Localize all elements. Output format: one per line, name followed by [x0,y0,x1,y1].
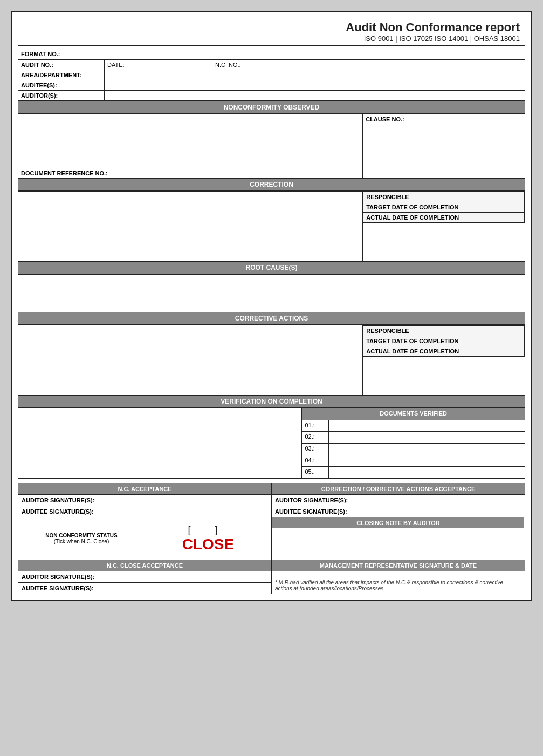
report-subtitle: ISO 9001 | ISO 17025 ISO 14001 | OHSAS 1… [18,35,520,43]
ca-actual-date-row: ACTUAL DATE OF COMPLETION [363,346,525,357]
page: Audit Non Conformance report ISO 9001 | … [11,11,532,601]
audit-info-row3: AUDITEE(S): [18,80,525,91]
mgmt-rep-header: MANAGEMENT REPRESENTATIVE SIGNATURE & DA… [272,560,525,571]
close-cell: [ ] CLOSE [145,517,272,560]
corrective-side-table: RESPONCIBLE TARGET DATE OF COMPLETION AC… [363,325,525,357]
nonconformity-content [18,114,363,168]
verify-value-4 [329,455,525,467]
format-no-label: FORMAT NO.: [21,51,60,57]
verification-row: DOCUMENTS VERIFIED [18,408,525,420]
nc-close-acceptance-header: N.C. CLOSE ACCEPTANCE [18,560,272,571]
nc-acceptance-header: N.C. ACCEPTANCE [18,483,272,495]
ca-auditor-sig-label: AUDITOR SIGNATURE(S): [272,495,398,506]
ca-target-date-row: TARGET DATE OF COMPLETION [363,336,525,346]
acceptance-table: N.C. ACCEPTANCE CORRECTION / CORRECTIVE … [18,483,525,594]
target-date-row: TARGET DATE OF COMPLETION [363,202,525,213]
audit-no-value: DATE: [105,60,212,70]
target-date-label: TARGET DATE OF COMPLETION [363,202,525,213]
clause-no-value [366,122,522,160]
date-value: N.C. NO.: [212,60,320,70]
audit-info-row2: AREA/DEPARTMENT: [18,70,525,80]
root-cause-row [18,275,525,312]
auditees-value [105,80,525,91]
tick-label: (Tick when N.C. Close) [22,539,141,544]
close-auditor-sig-value [145,571,272,583]
actual-date-row: ACTUAL DATE OF COMPLETION [363,213,525,223]
nc-status-label: NON CONFORMITY STATUS (Tick when N.C. Cl… [18,517,145,560]
closing-note-cell: CLOSING NOTE BY AUDITOR [272,517,525,560]
status-closing-row: NON CONFORMITY STATUS (Tick when N.C. Cl… [18,517,525,560]
correction-side-table: RESPONCIBLE TARGET DATE OF COMPLETION AC… [363,192,525,223]
correction-table: RESPONCIBLE TARGET DATE OF COMPLETION AC… [18,191,525,262]
auditees-label: AUDITEE(S): [18,80,105,91]
verification-header: VERIFICATION ON COMPLETION [18,396,525,408]
clause-no-label: CLAUSE NO.: [366,116,522,122]
doc-ref-row: DOCUMENT REFERENCE NO.: [18,168,525,179]
closing-note-content [275,530,521,557]
ca-auditor-sig-value [398,495,525,506]
verify-label-5: 05.: [302,467,329,479]
corrective-actions-table: RESPONCIBLE TARGET DATE OF COMPLETION AC… [18,325,525,396]
root-cause-table [18,274,525,312]
close-auditor-sig-row: AUDITOR SIGNATURE(S): * M.R.had varified… [18,571,525,583]
clause-no-cell: CLAUSE NO.: [363,114,525,168]
root-cause-header: ROOT CAUSE(S) [18,262,525,274]
root-cause-content [18,275,525,312]
format-no-row: FORMAT NO.: [18,49,525,59]
correction-content [18,192,363,262]
corrective-actions-row: RESPONCIBLE TARGET DATE OF COMPLETION AC… [18,325,525,396]
nc-auditee-sig-label: AUDITEE SIGNATURE(S): [18,506,145,517]
auditee-sig-row: AUDITEE SIGNATURE(S): AUDITEE SIGNATURE(… [18,506,525,517]
verify-value-3 [329,443,525,455]
nc-no-value [320,60,525,70]
responcible-label: RESPONCIBLE [363,192,525,202]
correction-row: RESPONCIBLE TARGET DATE OF COMPLETION AC… [18,192,525,262]
area-dept-value [105,70,525,80]
verify-value-5 [329,467,525,479]
ca-auditee-sig-label: AUDITEE SIGNATURE(S): [272,506,398,517]
close-acceptance-headers: N.C. CLOSE ACCEPTANCE MANAGEMENT REPRESE… [18,560,525,571]
nonconformity-row: CLAUSE NO.: [18,114,525,168]
acceptance-headers-row: N.C. ACCEPTANCE CORRECTION / CORRECTIVE … [18,483,525,495]
verify-value-1 [329,420,525,432]
verification-content [18,408,302,479]
report-title: Audit Non Conformance report [18,21,520,35]
bottom-section: N.C. ACCEPTANCE CORRECTION / CORRECTIVE … [18,483,525,594]
closing-note-header: CLOSING NOTE BY AUDITOR [272,517,524,528]
auditor-sig-row: AUDITOR SIGNATURE(S): AUDITOR SIGNATURE(… [18,495,525,506]
auditors-label: AUDITOR(S): [18,91,105,101]
audit-info-row1: AUDIT NO.: DATE: N.C. NO.: [18,60,525,70]
ca-target-date-label: TARGET DATE OF COMPLETION [363,336,525,346]
audit-no-label: AUDIT NO.: [18,60,105,70]
verification-table: DOCUMENTS VERIFIED 01.: 02.: 03.: 04.: 0… [18,408,525,479]
actual-date-label: ACTUAL DATE OF COMPLETION [363,213,525,223]
audit-info-table: AUDIT NO.: DATE: N.C. NO.: AREA/DEPARTME… [18,59,525,101]
correction-right: RESPONCIBLE TARGET DATE OF COMPLETION AC… [363,192,525,262]
audit-info-row4: AUDITOR(S): [18,91,525,101]
responcible-row: RESPONCIBLE [363,192,525,202]
report-header: Audit Non Conformance report ISO 9001 | … [18,18,525,46]
nc-no-label: N.C. NO.: [215,62,241,68]
verify-label-1: 01.: [302,420,329,432]
close-text: CLOSE [182,536,234,553]
ca-responcible-label: RESPONCIBLE [363,326,525,336]
nonconformity-header: NONCONFORMITY OBSERVED [18,101,525,114]
nc-auditee-sig-value [145,506,272,517]
nonconformity-table: CLAUSE NO.: DOCUMENT REFERENCE NO.: [18,114,525,179]
nc-auditor-sig-value [145,495,272,506]
verify-label-2: 02.: [302,432,329,444]
close-box: [ ] CLOSE [148,522,268,555]
corrective-actions-header: CORRECTIVE ACTIONS [18,312,525,325]
verify-label-4: 04.: [302,455,329,467]
footnote-text: * M.R.had varified all the areas that im… [275,580,503,591]
correction-acceptance-header: CORRECTION / CORRECTIVE ACTIONS ACCEPTAN… [272,483,525,495]
corrective-actions-content [18,325,363,396]
ca-actual-date-label: ACTUAL DATE OF COMPLETION [363,346,525,357]
doc-ref-label: DOCUMENT REFERENCE NO.: [18,168,363,179]
auditors-value [105,91,525,101]
area-dept-label: AREA/DEPARTMENT: [18,70,105,80]
verify-value-2 [329,432,525,444]
close-auditor-sig-label: AUDITOR SIGNATURE(S): [18,571,145,583]
corrective-actions-right: RESPONCIBLE TARGET DATE OF COMPLETION AC… [363,325,525,396]
close-auditee-sig-label: AUDITEE SIGNATURE(S): [18,583,145,594]
